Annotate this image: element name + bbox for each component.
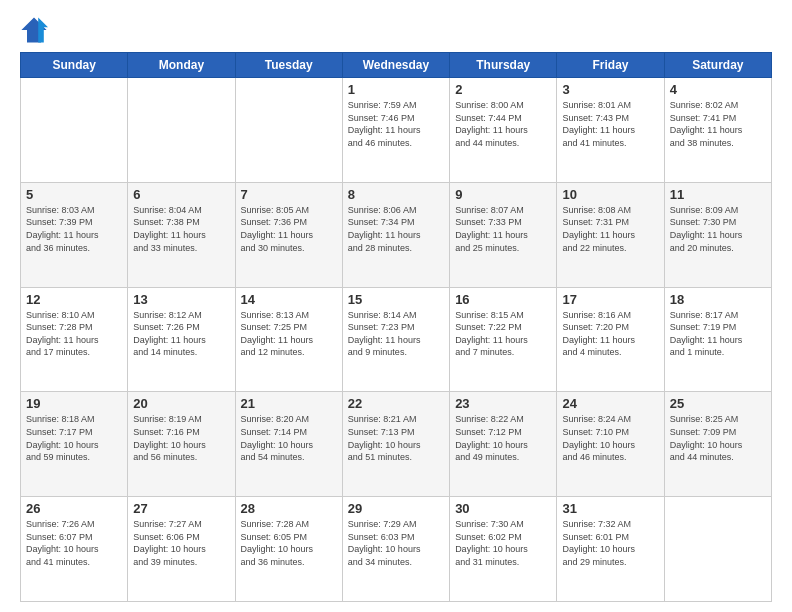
calendar-header-saturday: Saturday: [664, 53, 771, 78]
day-number: 29: [348, 501, 444, 516]
day-info: Sunrise: 7:28 AM Sunset: 6:05 PM Dayligh…: [241, 518, 337, 568]
calendar-cell: 11Sunrise: 8:09 AM Sunset: 7:30 PM Dayli…: [664, 182, 771, 287]
calendar-cell: [128, 78, 235, 183]
calendar-week-3: 12Sunrise: 8:10 AM Sunset: 7:28 PM Dayli…: [21, 287, 772, 392]
calendar-cell: [21, 78, 128, 183]
calendar-cell: 2Sunrise: 8:00 AM Sunset: 7:44 PM Daylig…: [450, 78, 557, 183]
day-number: 24: [562, 396, 658, 411]
calendar-cell: 8Sunrise: 8:06 AM Sunset: 7:34 PM Daylig…: [342, 182, 449, 287]
calendar-week-4: 19Sunrise: 8:18 AM Sunset: 7:17 PM Dayli…: [21, 392, 772, 497]
day-info: Sunrise: 7:59 AM Sunset: 7:46 PM Dayligh…: [348, 99, 444, 149]
day-number: 23: [455, 396, 551, 411]
calendar-cell: 1Sunrise: 7:59 AM Sunset: 7:46 PM Daylig…: [342, 78, 449, 183]
calendar-cell: 4Sunrise: 8:02 AM Sunset: 7:41 PM Daylig…: [664, 78, 771, 183]
calendar-cell: 20Sunrise: 8:19 AM Sunset: 7:16 PM Dayli…: [128, 392, 235, 497]
day-info: Sunrise: 7:29 AM Sunset: 6:03 PM Dayligh…: [348, 518, 444, 568]
calendar-cell: 28Sunrise: 7:28 AM Sunset: 6:05 PM Dayli…: [235, 497, 342, 602]
calendar-cell: 14Sunrise: 8:13 AM Sunset: 7:25 PM Dayli…: [235, 287, 342, 392]
day-info: Sunrise: 8:00 AM Sunset: 7:44 PM Dayligh…: [455, 99, 551, 149]
day-number: 4: [670, 82, 766, 97]
day-number: 21: [241, 396, 337, 411]
day-number: 16: [455, 292, 551, 307]
calendar-cell: [664, 497, 771, 602]
day-number: 20: [133, 396, 229, 411]
day-number: 11: [670, 187, 766, 202]
calendar-header-tuesday: Tuesday: [235, 53, 342, 78]
calendar-cell: 3Sunrise: 8:01 AM Sunset: 7:43 PM Daylig…: [557, 78, 664, 183]
day-info: Sunrise: 8:20 AM Sunset: 7:14 PM Dayligh…: [241, 413, 337, 463]
day-info: Sunrise: 8:17 AM Sunset: 7:19 PM Dayligh…: [670, 309, 766, 359]
calendar-header-monday: Monday: [128, 53, 235, 78]
day-info: Sunrise: 8:14 AM Sunset: 7:23 PM Dayligh…: [348, 309, 444, 359]
day-number: 10: [562, 187, 658, 202]
day-number: 5: [26, 187, 122, 202]
calendar-cell: 30Sunrise: 7:30 AM Sunset: 6:02 PM Dayli…: [450, 497, 557, 602]
day-number: 30: [455, 501, 551, 516]
page: SundayMondayTuesdayWednesdayThursdayFrid…: [0, 0, 792, 612]
calendar-cell: [235, 78, 342, 183]
day-number: 17: [562, 292, 658, 307]
calendar-cell: 13Sunrise: 8:12 AM Sunset: 7:26 PM Dayli…: [128, 287, 235, 392]
day-number: 25: [670, 396, 766, 411]
day-number: 8: [348, 187, 444, 202]
calendar-cell: 15Sunrise: 8:14 AM Sunset: 7:23 PM Dayli…: [342, 287, 449, 392]
day-info: Sunrise: 7:26 AM Sunset: 6:07 PM Dayligh…: [26, 518, 122, 568]
day-number: 19: [26, 396, 122, 411]
day-number: 22: [348, 396, 444, 411]
day-info: Sunrise: 7:27 AM Sunset: 6:06 PM Dayligh…: [133, 518, 229, 568]
calendar-cell: 16Sunrise: 8:15 AM Sunset: 7:22 PM Dayli…: [450, 287, 557, 392]
day-info: Sunrise: 8:08 AM Sunset: 7:31 PM Dayligh…: [562, 204, 658, 254]
day-info: Sunrise: 8:07 AM Sunset: 7:33 PM Dayligh…: [455, 204, 551, 254]
day-info: Sunrise: 8:19 AM Sunset: 7:16 PM Dayligh…: [133, 413, 229, 463]
day-number: 28: [241, 501, 337, 516]
calendar-cell: 25Sunrise: 8:25 AM Sunset: 7:09 PM Dayli…: [664, 392, 771, 497]
day-info: Sunrise: 8:16 AM Sunset: 7:20 PM Dayligh…: [562, 309, 658, 359]
calendar-header-wednesday: Wednesday: [342, 53, 449, 78]
logo: [20, 16, 52, 44]
calendar-cell: 22Sunrise: 8:21 AM Sunset: 7:13 PM Dayli…: [342, 392, 449, 497]
calendar-header-sunday: Sunday: [21, 53, 128, 78]
calendar-cell: 21Sunrise: 8:20 AM Sunset: 7:14 PM Dayli…: [235, 392, 342, 497]
day-number: 2: [455, 82, 551, 97]
day-number: 1: [348, 82, 444, 97]
calendar-cell: 27Sunrise: 7:27 AM Sunset: 6:06 PM Dayli…: [128, 497, 235, 602]
calendar-cell: 10Sunrise: 8:08 AM Sunset: 7:31 PM Dayli…: [557, 182, 664, 287]
day-number: 3: [562, 82, 658, 97]
calendar-cell: 26Sunrise: 7:26 AM Sunset: 6:07 PM Dayli…: [21, 497, 128, 602]
calendar-week-2: 5Sunrise: 8:03 AM Sunset: 7:39 PM Daylig…: [21, 182, 772, 287]
calendar-week-5: 26Sunrise: 7:26 AM Sunset: 6:07 PM Dayli…: [21, 497, 772, 602]
day-info: Sunrise: 7:30 AM Sunset: 6:02 PM Dayligh…: [455, 518, 551, 568]
calendar-cell: 6Sunrise: 8:04 AM Sunset: 7:38 PM Daylig…: [128, 182, 235, 287]
calendar-table: SundayMondayTuesdayWednesdayThursdayFrid…: [20, 52, 772, 602]
calendar-cell: 19Sunrise: 8:18 AM Sunset: 7:17 PM Dayli…: [21, 392, 128, 497]
day-info: Sunrise: 7:32 AM Sunset: 6:01 PM Dayligh…: [562, 518, 658, 568]
day-info: Sunrise: 8:15 AM Sunset: 7:22 PM Dayligh…: [455, 309, 551, 359]
calendar-cell: 23Sunrise: 8:22 AM Sunset: 7:12 PM Dayli…: [450, 392, 557, 497]
day-info: Sunrise: 8:05 AM Sunset: 7:36 PM Dayligh…: [241, 204, 337, 254]
calendar-header-thursday: Thursday: [450, 53, 557, 78]
calendar-cell: 29Sunrise: 7:29 AM Sunset: 6:03 PM Dayli…: [342, 497, 449, 602]
calendar-cell: 9Sunrise: 8:07 AM Sunset: 7:33 PM Daylig…: [450, 182, 557, 287]
day-info: Sunrise: 8:06 AM Sunset: 7:34 PM Dayligh…: [348, 204, 444, 254]
day-number: 9: [455, 187, 551, 202]
day-number: 31: [562, 501, 658, 516]
day-number: 6: [133, 187, 229, 202]
day-number: 12: [26, 292, 122, 307]
header: [20, 16, 772, 44]
calendar-header-friday: Friday: [557, 53, 664, 78]
day-info: Sunrise: 8:04 AM Sunset: 7:38 PM Dayligh…: [133, 204, 229, 254]
calendar-cell: 5Sunrise: 8:03 AM Sunset: 7:39 PM Daylig…: [21, 182, 128, 287]
day-number: 13: [133, 292, 229, 307]
calendar-cell: 7Sunrise: 8:05 AM Sunset: 7:36 PM Daylig…: [235, 182, 342, 287]
day-number: 14: [241, 292, 337, 307]
day-info: Sunrise: 8:13 AM Sunset: 7:25 PM Dayligh…: [241, 309, 337, 359]
day-info: Sunrise: 8:09 AM Sunset: 7:30 PM Dayligh…: [670, 204, 766, 254]
calendar-cell: 24Sunrise: 8:24 AM Sunset: 7:10 PM Dayli…: [557, 392, 664, 497]
calendar-cell: 18Sunrise: 8:17 AM Sunset: 7:19 PM Dayli…: [664, 287, 771, 392]
day-info: Sunrise: 8:24 AM Sunset: 7:10 PM Dayligh…: [562, 413, 658, 463]
logo-icon: [20, 16, 48, 44]
day-info: Sunrise: 8:02 AM Sunset: 7:41 PM Dayligh…: [670, 99, 766, 149]
calendar-cell: 31Sunrise: 7:32 AM Sunset: 6:01 PM Dayli…: [557, 497, 664, 602]
day-number: 18: [670, 292, 766, 307]
day-info: Sunrise: 8:10 AM Sunset: 7:28 PM Dayligh…: [26, 309, 122, 359]
